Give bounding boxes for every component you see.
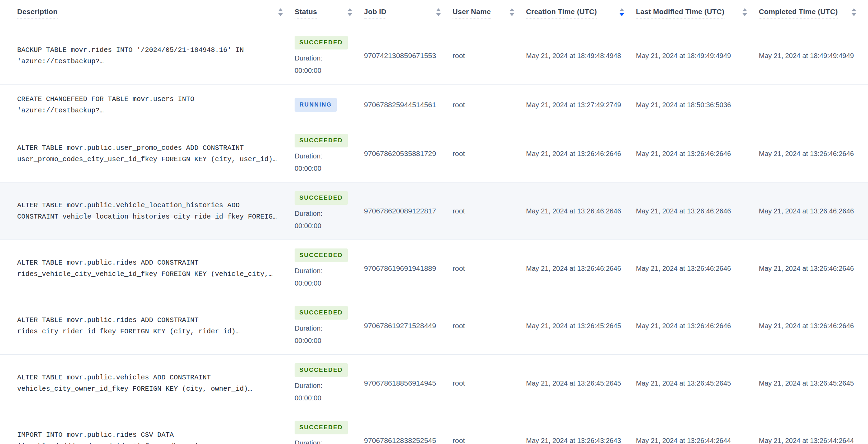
duration-label: Duration:: [295, 151, 322, 161]
column-header-completed_time[interactable]: Completed Time (UTC): [759, 8, 868, 19]
table-row[interactable]: ALTER TABLE movr.public.vehicles ADD CON…: [0, 355, 868, 412]
sort-desc-arrow-icon: [278, 13, 283, 16]
sort-desc-arrow-icon: [510, 13, 514, 16]
table-row[interactable]: ALTER TABLE movr.public.user_promo_codes…: [0, 125, 868, 182]
sort-desc-arrow-icon: [436, 13, 441, 16]
status-badge: RUNNING: [295, 98, 337, 112]
user-name: root: [453, 435, 526, 444]
duration-label: Duration:: [295, 380, 322, 391]
user-name: root: [453, 320, 526, 331]
sort-icon: [742, 8, 747, 16]
job-id: 970742130859671553: [364, 50, 453, 61]
job-id: 970678619691941889: [364, 263, 453, 274]
table-body: BACKUP TABLE movr.rides INTO '/2024/05/2…: [0, 27, 868, 444]
last-modified-time: May 21, 2024 at 13:26:46:2646: [636, 206, 759, 217]
status-badge: SUCCEEDED: [295, 363, 348, 377]
job-description[interactable]: CREATE CHANGEFEED FOR TABLE movr.users I…: [17, 93, 295, 116]
status-badge: SUCCEEDED: [295, 306, 348, 320]
duration-label: Duration:: [295, 438, 322, 444]
job-description[interactable]: ALTER TABLE movr.public.user_promo_codes…: [17, 142, 295, 165]
table-row[interactable]: ALTER TABLE movr.public.vehicle_location…: [0, 182, 868, 240]
table-row[interactable]: CREATE CHANGEFEED FOR TABLE movr.users I…: [0, 85, 868, 125]
sort-icon: [347, 8, 352, 16]
column-header-last_modified_time[interactable]: Last Modified Time (UTC): [636, 8, 759, 19]
last-modified-time: May 21, 2024 at 13:26:45:2645: [636, 378, 759, 389]
sort-asc-arrow-icon: [347, 8, 352, 11]
duration-label: Duration:: [295, 208, 322, 219]
creation-time: May 21, 2024 at 13:26:43:2643: [526, 435, 636, 444]
status-badge: SUCCEEDED: [295, 191, 348, 205]
user-name: root: [453, 206, 526, 217]
sort-icon: [510, 8, 514, 16]
user-name: root: [453, 99, 526, 110]
sort-asc-arrow-icon: [852, 8, 856, 11]
last-modified-time: May 21, 2024 at 13:26:46:2646: [636, 263, 759, 274]
sort-desc-arrow-icon: [347, 13, 352, 16]
status-badge: SUCCEEDED: [295, 421, 348, 434]
duration-value: 00:00:00: [295, 163, 321, 174]
column-header-label: User Name: [453, 8, 491, 19]
job-description[interactable]: ALTER TABLE movr.public.vehicle_location…: [17, 200, 295, 222]
header-row: Description Status Job ID User Name Crea…: [0, 0, 868, 27]
completed-time: May 21, 2024 at 13:26:44:2644: [759, 435, 868, 444]
job-description[interactable]: IMPORT INTO movr.public.rides CSV DATA (…: [17, 429, 295, 444]
last-modified-time: May 21, 2024 at 13:26:44:2644: [636, 435, 759, 444]
last-modified-time: May 21, 2024 at 18:49:49:4949: [636, 50, 759, 61]
sort-desc-arrow-icon: [742, 13, 747, 16]
table-row[interactable]: IMPORT INTO movr.public.rides CSV DATA (…: [0, 412, 868, 444]
sort-asc-arrow-icon: [742, 8, 747, 11]
column-header-job_id[interactable]: Job ID: [364, 8, 453, 19]
job-id: 970678620089122817: [364, 206, 453, 217]
job-status-cell: SUCCEEDED Duration: 00:00:00: [295, 248, 364, 288]
column-header-status[interactable]: Status: [295, 8, 364, 19]
jobs-table: Description Status Job ID User Name Crea…: [0, 0, 868, 444]
job-status-cell: SUCCEEDED Duration: 00:00:00: [295, 191, 364, 231]
completed-time: May 21, 2024 at 13:26:46:2646: [759, 320, 868, 331]
completed-time: May 21, 2024 at 13:26:46:2646: [759, 206, 868, 217]
job-id: 970678612838252545: [364, 435, 453, 444]
job-status-cell: RUNNING: [295, 98, 364, 112]
job-description[interactable]: ALTER TABLE movr.public.vehicles ADD CON…: [17, 372, 295, 395]
column-header-description[interactable]: Description: [17, 8, 295, 19]
creation-time: May 21, 2024 at 13:26:45:2645: [526, 378, 636, 389]
user-name: root: [453, 263, 526, 274]
duration-value: 00:00:00: [295, 335, 321, 346]
creation-time: May 21, 2024 at 13:26:45:2645: [526, 320, 636, 331]
duration-value: 00:00:00: [295, 278, 321, 288]
last-modified-time: May 21, 2024 at 13:26:46:2646: [636, 320, 759, 331]
duration-value: 00:00:00: [295, 221, 321, 231]
job-id: 970678825944514561: [364, 99, 453, 110]
column-header-user_name[interactable]: User Name: [453, 8, 526, 19]
sort-asc-arrow-icon: [510, 8, 514, 11]
job-status-cell: SUCCEEDED Duration: 00:00:00: [295, 134, 364, 174]
job-id: 970678618856914945: [364, 378, 453, 389]
duration-label: Duration:: [295, 266, 322, 276]
completed-time: May 21, 2024 at 13:26:46:2646: [759, 148, 868, 159]
job-description[interactable]: BACKUP TABLE movr.rides INTO '/2024/05/2…: [17, 44, 295, 67]
completed-time: May 21, 2024 at 18:49:49:4949: [759, 50, 868, 61]
sort-icon: [278, 8, 283, 16]
completed-time: May 21, 2024 at 13:26:46:2646: [759, 263, 868, 274]
job-id: 970678620535881729: [364, 148, 453, 159]
sort-asc-arrow-icon: [436, 8, 441, 11]
table-row[interactable]: ALTER TABLE movr.public.rides ADD CONSTR…: [0, 297, 868, 355]
sort-desc-arrow-icon: [852, 13, 856, 16]
user-name: root: [453, 378, 526, 389]
column-header-creation_time[interactable]: Creation Time (UTC): [526, 8, 636, 19]
table-row[interactable]: ALTER TABLE movr.public.rides ADD CONSTR…: [0, 240, 868, 297]
job-id: 970678619271528449: [364, 320, 453, 331]
table-row[interactable]: BACKUP TABLE movr.rides INTO '/2024/05/2…: [0, 27, 868, 85]
duration-value: 00:00:00: [295, 65, 321, 76]
column-header-label: Job ID: [364, 8, 386, 19]
duration-label: Duration:: [295, 53, 322, 63]
creation-time: May 21, 2024 at 13:26:46:2646: [526, 263, 636, 274]
column-header-label: Description: [17, 8, 58, 19]
sort-icon: [852, 8, 856, 16]
creation-time: May 21, 2024 at 13:26:46:2646: [526, 206, 636, 217]
job-description[interactable]: ALTER TABLE movr.public.rides ADD CONSTR…: [17, 314, 295, 337]
user-name: root: [453, 148, 526, 159]
job-description[interactable]: ALTER TABLE movr.public.rides ADD CONSTR…: [17, 257, 295, 280]
sort-asc-arrow-icon: [278, 8, 283, 11]
job-status-cell: SUCCEEDED Duration: 00:00:00: [295, 36, 364, 76]
column-header-label: Creation Time (UTC): [526, 8, 597, 19]
